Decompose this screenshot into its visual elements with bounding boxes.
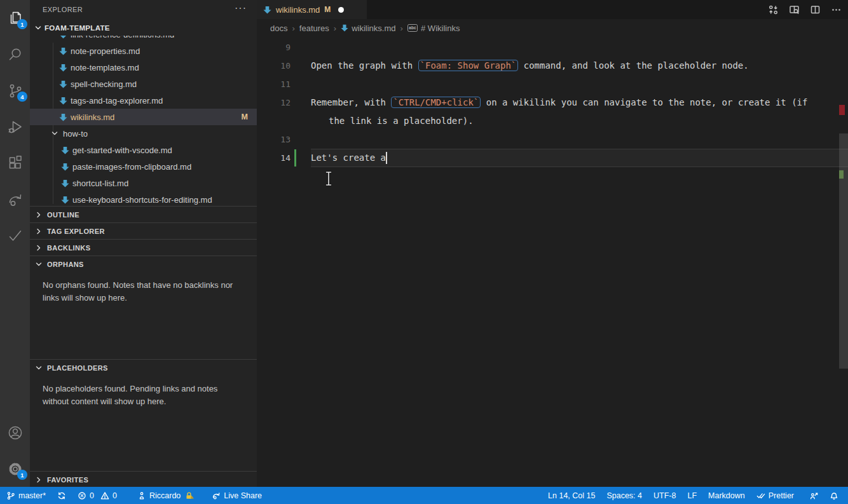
tab-wikilinks[interactable]: wikilinks.md M <box>257 0 367 19</box>
panel-orphans[interactable]: ORPHANS <box>30 255 257 272</box>
activity-extensions[interactable] <box>0 145 30 181</box>
lock-key-icon <box>185 491 194 500</box>
encoding[interactable]: UTF-8 <box>648 487 681 504</box>
breadcrumb-features[interactable]: features <box>299 24 329 33</box>
sidebar-titlebar: EXPLORER ··· <box>30 0 257 19</box>
tree-row[interactable]: note-templates.md <box>30 59 257 76</box>
breadcrumb-separator: › <box>292 24 294 33</box>
markdown-file-icon <box>59 113 67 121</box>
error-icon <box>78 491 86 500</box>
markdown-file-icon <box>59 64 67 72</box>
chevron-right-icon <box>36 477 42 483</box>
tree-row[interactable]: get-started-with-vscode.md <box>30 142 257 158</box>
notifications-item[interactable] <box>824 487 844 504</box>
live-share-user[interactable]: Riccardo <box>132 487 200 504</box>
feedback-item[interactable] <box>804 487 824 504</box>
more-actions-icon[interactable] <box>831 4 842 15</box>
code-line-12-wrap: the link is a placeholder). <box>257 112 848 130</box>
line-number: 13 <box>257 130 291 149</box>
formatter-status[interactable]: Prettier <box>751 487 800 504</box>
settings-badge: 1 <box>17 470 27 480</box>
markdown-file-icon <box>61 179 69 187</box>
person-icon <box>137 491 146 500</box>
tree-row[interactable]: tags-and-tag-explorer.md <box>30 92 257 109</box>
tree-row[interactable]: use-keyboard-shortcuts-for-editing.md <box>30 191 257 206</box>
editor-group: wikilinks.md M <box>257 0 848 487</box>
activity-checklist[interactable] <box>0 217 30 254</box>
split-editor-icon[interactable] <box>810 4 821 15</box>
panel-favorites[interactable]: FAVORITES <box>30 471 257 487</box>
code-text: on a wikilink you can navigate to the no… <box>481 97 807 107</box>
chevron-down-icon <box>35 25 41 31</box>
activity-accounts[interactable] <box>0 414 30 451</box>
markdown-file-icon <box>59 97 67 105</box>
activity-run-debug[interactable] <box>0 109 30 145</box>
code-text: the link is a placeholder). <box>329 116 474 126</box>
tree-row[interactable]: note-properties.md <box>30 43 257 59</box>
eol-sequence[interactable]: LF <box>681 487 702 504</box>
tab-git-status: M <box>324 5 331 14</box>
activity-explorer[interactable]: 1 <box>0 0 30 36</box>
open-changes-icon[interactable] <box>768 4 779 15</box>
warning-icon <box>100 491 109 500</box>
live-share-status[interactable]: Live Share <box>206 487 268 504</box>
markdown-file-icon <box>61 196 69 204</box>
breadcrumb: docs › features › wikilinks.md › abc # W… <box>257 19 848 37</box>
activity-search[interactable] <box>0 36 30 72</box>
markdown-file-icon <box>59 47 67 55</box>
breadcrumb-file[interactable]: wikilinks.md <box>341 24 395 33</box>
breadcrumb-docs[interactable]: docs <box>270 24 287 33</box>
code-line-14-current: 14 Let's create a <box>257 149 848 167</box>
sync-icon <box>57 491 66 500</box>
indentation[interactable]: Spaces: 4 <box>601 487 648 504</box>
editor-actions <box>768 0 842 19</box>
line-number-active: 14 <box>257 149 291 167</box>
explorer-badge: 1 <box>17 19 27 29</box>
markdown-file-icon <box>59 80 67 88</box>
problems-status[interactable]: 0 0 <box>72 487 123 504</box>
chevron-right-icon <box>36 212 42 218</box>
cursor-position[interactable]: Ln 14, Col 15 <box>542 487 601 504</box>
activity-source-control[interactable]: 4 <box>0 72 30 109</box>
symbol-string-icon: abc <box>407 24 418 32</box>
open-preview-icon[interactable] <box>789 4 800 15</box>
run-debug-icon <box>7 119 24 135</box>
dirty-indicator[interactable] <box>338 7 344 13</box>
tree-folder[interactable]: how-to <box>30 125 257 142</box>
activity-bar: 1 4 <box>0 0 30 487</box>
inline-code: `CTRL/CMD+click` <box>391 97 481 108</box>
tree-row[interactable]: paste-images-from-clipboard.md <box>30 158 257 175</box>
code-line-9: 9 <box>257 38 848 57</box>
tab-bar: wikilinks.md M <box>257 0 848 19</box>
chevron-right-icon <box>36 245 42 251</box>
feedback-icon <box>809 491 818 500</box>
overview-ruler-marker-red <box>839 105 845 115</box>
activity-live-share[interactable] <box>0 181 30 217</box>
sidebar-more-actions[interactable]: ··· <box>235 3 247 14</box>
workspace-header[interactable]: FOAM-TEMPLATE <box>30 20 257 36</box>
account-icon <box>7 425 24 441</box>
panel-backlinks[interactable]: BACKLINKS <box>30 239 257 255</box>
tree-row-selected[interactable]: wikilinks.md M <box>30 109 257 125</box>
line-number: 11 <box>257 75 291 93</box>
tree-row[interactable]: link-reference-definitions.md <box>30 36 257 43</box>
panel-outline[interactable]: OUTLINE <box>30 206 257 222</box>
line-number: 9 <box>257 38 291 57</box>
breadcrumb-symbol[interactable]: abc # Wikilinks <box>407 24 460 33</box>
status-left: master* 0 0 <box>0 487 268 504</box>
activity-settings[interactable]: 1 <box>0 451 30 487</box>
code-line-11: 11 <box>257 75 848 93</box>
workspace-name: FOAM-TEMPLATE <box>44 24 110 32</box>
file-tree: link-reference-definitions.md note-prope… <box>30 36 257 206</box>
tree-row[interactable]: shortcut-list.md <box>30 175 257 191</box>
git-branch-status[interactable]: master* <box>0 487 51 504</box>
language-mode[interactable]: Markdown <box>702 487 751 504</box>
sync-status[interactable] <box>51 487 72 504</box>
double-check-icon <box>756 491 765 500</box>
current-line-highlight <box>311 149 848 167</box>
tree-row[interactable]: spell-checking.md <box>30 76 257 92</box>
panel-tag-explorer[interactable]: TAG EXPLORER <box>30 222 257 239</box>
panel-placeholders[interactable]: PLACEHOLDERS <box>30 359 257 376</box>
code-area[interactable]: 9 10 Open the graph with `Foam: Show Gra… <box>257 37 848 487</box>
editor-scrollbar[interactable] <box>839 133 848 369</box>
